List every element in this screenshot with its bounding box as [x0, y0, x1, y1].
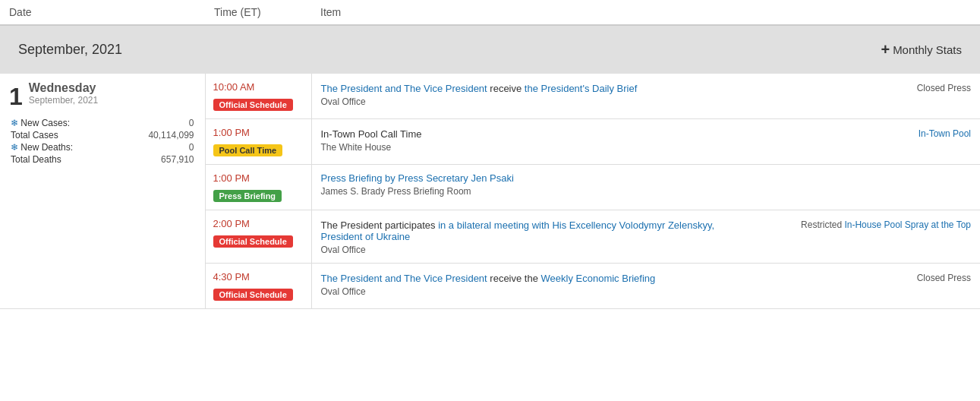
event-location: Oval Office	[321, 96, 638, 107]
monthly-stats-label: Monthly Stats	[893, 43, 962, 56]
event-time: 1:00 PM	[213, 172, 304, 184]
stats-table: ❄ New Cases:0Total Cases40,114,099❄ New …	[9, 117, 196, 166]
event-title-link[interactable]: Press Briefing by Press Secretary Jen Ps…	[321, 172, 514, 184]
day-number: 1	[9, 83, 23, 111]
table-row: 1 Wednesday September, 2021 ❄ New Cases:…	[0, 74, 980, 119]
event-title: Press Briefing by Press Secretary Jen Ps…	[321, 172, 972, 184]
day-date-cell: 1 Wednesday September, 2021 ❄ New Cases:…	[0, 74, 205, 309]
monthly-stats-button[interactable]: + Monthly Stats	[881, 41, 962, 58]
event-time: 1:00 PM	[213, 127, 304, 138]
stat-value: 0	[135, 141, 196, 153]
stat-label: Total Cases	[9, 129, 135, 141]
event-badge: Official Schedule	[213, 289, 293, 301]
event-location: The White House	[321, 142, 422, 153]
snowflake-icon: ❄	[11, 142, 18, 153]
event-access-pool: In-Town Pool	[919, 128, 971, 139]
event-time-cell: 10:00 AM Official Schedule	[205, 74, 311, 119]
event-access-closed: Closed Press	[917, 83, 971, 93]
event-meta: The President participates in a bilatera…	[321, 219, 972, 255]
event-item-cell: The President and The Vice President rec…	[311, 74, 980, 119]
event-title: The President and The Vice President rec…	[321, 83, 638, 94]
event-meta: The President and The Vice President rec…	[321, 83, 972, 107]
event-access-closed: Closed Press	[917, 273, 971, 283]
event-location: James S. Brady Press Briefing Room	[321, 186, 972, 197]
item-header: Item	[311, 0, 980, 25]
event-title: The President and The Vice President rec…	[321, 273, 656, 284]
event-title-link[interactable]: The President and The Vice President	[321, 273, 487, 284]
month-cell: September, 2021 + Monthly Stats	[0, 25, 980, 74]
event-title-link[interactable]: The President and The Vice President	[321, 83, 487, 94]
event-badge: Pool Call Time	[213, 144, 283, 156]
event-item-cell: Press Briefing by Press Secretary Jen Ps…	[311, 165, 980, 210]
event-badge: Official Schedule	[213, 99, 293, 111]
month-row: September, 2021 + Monthly Stats	[0, 25, 980, 74]
date-header: Date	[0, 0, 205, 25]
stat-label: Total Deaths	[9, 153, 135, 166]
plus-icon: +	[881, 41, 890, 58]
month-label: September, 2021	[18, 42, 122, 58]
event-location: Oval Office	[321, 245, 715, 255]
event-meta: The President and The Vice President rec…	[321, 273, 972, 297]
day-name: Wednesday	[29, 81, 98, 95]
stat-value: 40,114,099	[135, 129, 196, 141]
day-name-wrap: Wednesday September, 2021	[29, 81, 98, 106]
event-time: 10:00 AM	[213, 81, 304, 93]
event-access-restricted: Restricted In-House Pool Spray at the To…	[801, 219, 971, 230]
event-meta: In-Town Pool Call Time The White House I…	[321, 128, 972, 153]
stat-label: ❄ New Cases:	[9, 117, 135, 129]
event-badge: Press Briefing	[213, 190, 282, 202]
event-item-cell: In-Town Pool Call Time The White House I…	[311, 119, 980, 165]
event-badge: Official Schedule	[213, 235, 293, 248]
stat-value: 657,910	[135, 153, 196, 166]
event-time: 2:00 PM	[213, 218, 304, 229]
stat-label: ❄ New Deaths:	[9, 141, 135, 153]
event-time: 4:30 PM	[213, 271, 304, 283]
stat-value: 0	[135, 117, 196, 129]
day-month: September, 2021	[29, 95, 98, 106]
event-title-link-2[interactable]: Weekly Economic Briefing	[541, 273, 656, 284]
event-time-cell: 1:00 PM Pool Call Time	[205, 119, 311, 165]
event-title-link-2[interactable]: the President's Daily Brief	[525, 83, 637, 94]
event-item-cell: The President participates in a bilatera…	[311, 210, 980, 264]
event-item-cell: The President and The Vice President rec…	[311, 264, 980, 309]
event-title: In-Town Pool Call Time	[321, 128, 422, 140]
table-header: Date Time (ET) Item	[0, 0, 980, 25]
event-location: Oval Office	[321, 286, 656, 297]
event-time-cell: 1:00 PM Press Briefing	[205, 165, 311, 210]
event-time-cell: 2:00 PM Official Schedule	[205, 210, 311, 264]
snowflake-icon: ❄	[11, 118, 18, 128]
time-header: Time (ET)	[205, 0, 311, 25]
calendar-table: Date Time (ET) Item September, 2021 + Mo…	[0, 0, 980, 309]
event-time-cell: 4:30 PM Official Schedule	[205, 264, 311, 309]
event-title: The President participates in a bilatera…	[321, 219, 715, 242]
